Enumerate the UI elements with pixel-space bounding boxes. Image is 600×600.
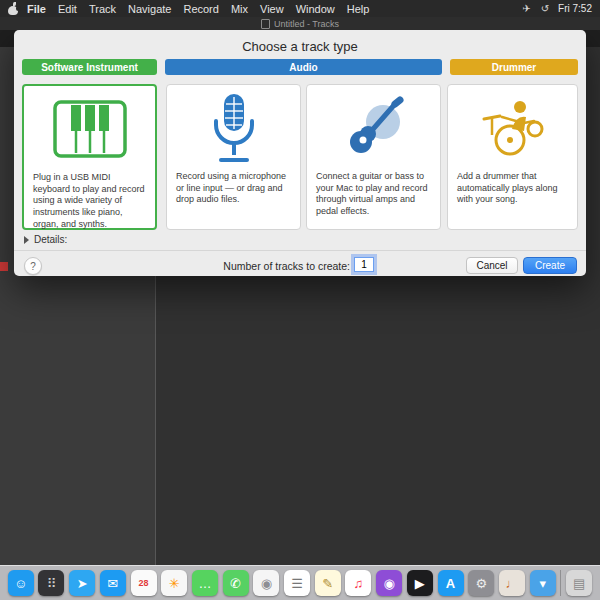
category-software-instrument[interactable]: Software Instrument [22, 59, 157, 75]
card-description: Add a drummer that automatically plays a… [448, 171, 577, 206]
dock-icon-reminders[interactable]: ☰ [284, 570, 310, 596]
category-audio[interactable]: Audio [165, 59, 442, 75]
dock-icon-trash[interactable]: ▤ [566, 570, 592, 596]
dock-icon-safari[interactable]: ➤ [69, 570, 95, 596]
card-software-instrument[interactable]: Plug in a USB MIDI keyboard to play and … [22, 84, 157, 230]
tracks-count-input[interactable] [354, 257, 374, 272]
choose-track-type-dialog: Choose a track type Software Instrument … [14, 30, 586, 276]
help-button[interactable]: ? [24, 257, 42, 275]
dock-icon-downloads[interactable]: ▾ [530, 570, 556, 596]
piano-icon [24, 86, 155, 172]
menu-item-file[interactable]: File [21, 3, 52, 15]
record-indicator [0, 262, 8, 271]
footer-separator [14, 250, 586, 251]
dock-icon-notes[interactable]: ✎ [315, 570, 341, 596]
dock-icon-finder[interactable]: ☺ [8, 570, 34, 596]
menu-item-help[interactable]: Help [341, 3, 376, 15]
details-disclosure[interactable]: Details: [24, 234, 67, 245]
card-audio-mic[interactable]: Record using a microphone or line input … [166, 84, 301, 230]
cancel-button[interactable]: Cancel [466, 257, 518, 274]
card-description: Plug in a USB MIDI keyboard to play and … [24, 172, 155, 230]
create-button[interactable]: Create [523, 257, 577, 274]
window-title-bar: Untitled - Tracks [0, 17, 600, 30]
dock-divider [560, 570, 561, 596]
menu-item-mix[interactable]: Mix [225, 3, 254, 15]
dialog-title: Choose a track type [14, 30, 586, 54]
menu-items: FileEditTrackNavigateRecordMixViewWindow… [21, 3, 375, 15]
microphone-icon [167, 85, 300, 171]
guitar-icon [307, 85, 440, 171]
menu-bar: FileEditTrackNavigateRecordMixViewWindow… [0, 0, 600, 17]
menu-item-view[interactable]: View [254, 3, 290, 15]
card-audio-guitar[interactable]: Connect a guitar or bass to your Mac to … [306, 84, 441, 230]
menu-item-track[interactable]: Track [83, 3, 122, 15]
tracks-count-label: Number of tracks to create: [223, 260, 350, 272]
menu-item-record[interactable]: Record [177, 3, 224, 15]
dock-icon-messages[interactable]: … [192, 570, 218, 596]
category-drummer[interactable]: Drummer [450, 59, 578, 75]
dock-icon-launchpad[interactable]: ⠿ [38, 570, 64, 596]
card-description: Record using a microphone or line input … [167, 171, 300, 206]
card-drummer[interactable]: Add a drummer that automatically plays a… [447, 84, 578, 230]
dock-icon-facetime[interactable]: ✆ [223, 570, 249, 596]
document-icon [261, 19, 270, 29]
card-description: Connect a guitar or bass to your Mac to … [307, 171, 440, 218]
dock-icon-system-preferences[interactable]: ⚙ [468, 570, 494, 596]
sync-icon[interactable]: ↺ [536, 3, 554, 14]
dock-icon-tv[interactable]: ▶ [407, 570, 433, 596]
disclosure-triangle-icon [24, 236, 29, 244]
menu-item-navigate[interactable]: Navigate [122, 3, 177, 15]
dock-icon-photos[interactable]: ✳ [161, 570, 187, 596]
drummer-icon [448, 85, 577, 171]
dock-icon-contacts[interactable]: ◉ [253, 570, 279, 596]
menu-item-window[interactable]: Window [290, 3, 341, 15]
dock-icon-garageband[interactable]: ♩ [499, 570, 525, 596]
window-title: Untitled - Tracks [274, 19, 339, 29]
dock: ☺⠿➤✉28✳…✆◉☰✎♫◉▶A⚙♩▾▤ [0, 565, 600, 600]
dock-icon-podcasts[interactable]: ◉ [376, 570, 402, 596]
apple-menu-icon[interactable] [8, 3, 19, 15]
menu-clock[interactable]: Fri 7:52 [554, 3, 592, 14]
dock-icon-music[interactable]: ♫ [345, 570, 371, 596]
details-label: Details: [34, 234, 67, 245]
dock-icon-calendar[interactable]: 28 [131, 570, 157, 596]
plane-icon[interactable]: ✈ [517, 3, 535, 14]
dock-icon-mail[interactable]: ✉ [100, 570, 126, 596]
dock-icon-app-store[interactable]: A [438, 570, 464, 596]
menu-item-edit[interactable]: Edit [52, 3, 83, 15]
